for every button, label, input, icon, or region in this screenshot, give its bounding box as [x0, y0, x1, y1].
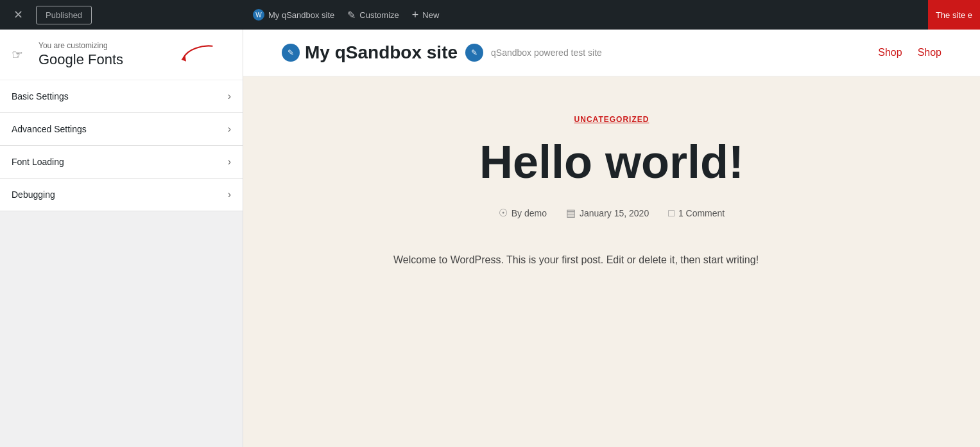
post-comments-label: 1 Comment	[678, 208, 725, 218]
customize-link[interactable]: ✎ Customize	[347, 9, 399, 21]
comment-icon: □	[668, 207, 675, 219]
menu-item-advanced-settings[interactable]: Advanced Settings ›	[0, 113, 243, 146]
post-meta: ☉ By demo ▤ January 15, 2020 □ 1 Comment	[368, 207, 855, 219]
preview-area: ✎ My qSandbox site ✎ qSandbox powered te…	[243, 30, 980, 447]
chevron-right-icon: ›	[228, 91, 231, 102]
sidebar: ☞ You are customizing Google Fonts Basic…	[0, 30, 243, 447]
debugging-label: Debugging	[12, 189, 55, 200]
chevron-right-icon: ›	[228, 189, 231, 200]
post-category: UNCATEGORIZED	[368, 115, 855, 124]
site-name-label: My qSandbox site	[268, 10, 334, 20]
main-layout: ☞ You are customizing Google Fonts Basic…	[0, 30, 980, 447]
menu-item-font-loading[interactable]: Font Loading ›	[0, 146, 243, 179]
admin-bar: ✕ Published W My qSandbox site ✎ Customi…	[0, 0, 980, 30]
plus-icon: +	[412, 8, 419, 22]
cursor-icon: ☞	[12, 47, 23, 62]
blog-content: UNCATEGORIZED Hello world! ☉ By demo ▤ J…	[291, 76, 933, 307]
nav-shop-1[interactable]: Shop	[878, 47, 902, 58]
edit-tagline-icon[interactable]: ✎	[465, 44, 483, 62]
menu-item-basic-settings[interactable]: Basic Settings ›	[0, 80, 243, 113]
chevron-right-icon: ›	[228, 156, 231, 168]
post-comments: □ 1 Comment	[668, 207, 725, 219]
site-tagline: qSandbox powered test site	[491, 48, 602, 58]
site-nav: Shop Shop	[878, 47, 941, 58]
post-title: Hello world!	[368, 137, 855, 188]
post-date-label: January 15, 2020	[580, 208, 649, 218]
pencil-icon: ✎	[347, 9, 356, 21]
the-site-badge: The site e	[928, 0, 980, 30]
new-link[interactable]: + New	[412, 8, 440, 22]
admin-bar-left: ✕ Published	[0, 3, 243, 26]
post-date: ▤ January 15, 2020	[566, 207, 649, 219]
sidebar-header: ☞ You are customizing Google Fonts	[0, 30, 243, 80]
admin-bar-center: W My qSandbox site ✎ Customize + New	[243, 8, 980, 22]
customize-label: Customize	[359, 10, 399, 20]
basic-settings-label: Basic Settings	[12, 91, 69, 101]
post-body: Welcome to WordPress. This is your first…	[393, 251, 830, 268]
new-label: New	[422, 10, 439, 20]
advanced-settings-label: Advanced Settings	[12, 124, 87, 134]
menu-item-debugging[interactable]: Debugging ›	[0, 179, 243, 211]
site-title: My qSandbox site	[305, 42, 458, 63]
published-button[interactable]: Published	[36, 6, 92, 24]
close-button[interactable]: ✕	[6, 3, 30, 26]
arrow-indicator	[178, 40, 217, 69]
chevron-right-icon: ›	[228, 123, 231, 135]
site-title-area: ✎ My qSandbox site ✎ qSandbox powered te…	[282, 42, 602, 63]
sidebar-menu: Basic Settings › Advanced Settings › Fon…	[0, 80, 243, 447]
edit-site-title-icon[interactable]: ✎	[282, 44, 300, 62]
post-author-label: By demo	[511, 208, 547, 218]
arrow-svg	[178, 40, 217, 66]
nav-shop-2[interactable]: Shop	[918, 47, 941, 58]
post-author: ☉ By demo	[499, 207, 547, 219]
site-icon: W	[253, 9, 264, 21]
author-icon: ☉	[499, 207, 508, 219]
calendar-icon: ▤	[566, 207, 576, 219]
site-link[interactable]: W My qSandbox site	[253, 9, 334, 21]
font-loading-label: Font Loading	[12, 157, 64, 167]
site-header: ✎ My qSandbox site ✎ qSandbox powered te…	[243, 30, 980, 76]
